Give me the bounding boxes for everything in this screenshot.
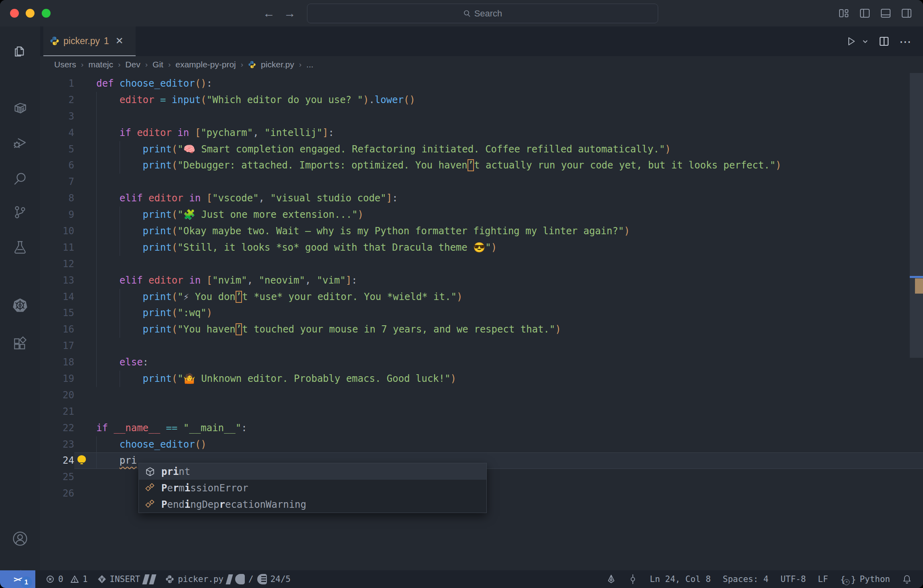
code-line[interactable]: 2 editor = input("Which editor do you us… — [40, 92, 923, 108]
split-editor-icon[interactable] — [878, 36, 890, 47]
close-window-button[interactable] — [10, 9, 19, 18]
line-number[interactable]: 22 — [40, 420, 74, 436]
breadcrumb-item[interactable]: picker.py — [261, 60, 294, 69]
code-line[interactable]: 14 print("⚡ You don’t *use* your editor.… — [40, 289, 923, 305]
line-number[interactable]: 3 — [40, 108, 74, 125]
code-line[interactable]: 18 else: — [40, 354, 923, 371]
breadcrumb-item[interactable]: Git — [152, 60, 163, 69]
indent-guide — [96, 338, 97, 354]
run-dropdown-chevron-icon[interactable] — [862, 38, 869, 45]
encoding-status[interactable]: UTF-8 — [781, 574, 806, 584]
code-line[interactable]: 3 — [40, 108, 923, 125]
line-number[interactable]: 10 — [40, 223, 74, 239]
code-line[interactable]: 16 print("You haven’t touched your mouse… — [40, 321, 923, 338]
toggle-primary-sidebar-icon[interactable] — [859, 7, 871, 19]
line-number[interactable]: 14 — [40, 289, 74, 305]
file-status[interactable]: picker.py / 24/5 — [165, 574, 291, 584]
pen-icon[interactable] — [606, 574, 616, 584]
search-icon[interactable] — [0, 165, 40, 193]
code-line[interactable]: 11 print("Still, it looks *so* good with… — [40, 239, 923, 256]
line-number[interactable]: 18 — [40, 354, 74, 371]
line-number[interactable]: 9 — [40, 207, 74, 223]
code-line[interactable]: 17 — [40, 338, 923, 354]
breadcrumb-item[interactable]: Dev — [125, 60, 140, 69]
lightbulb-icon[interactable] — [77, 455, 86, 463]
code-line[interactable]: 19 print("🤷 Unknown editor. Probably ema… — [40, 371, 923, 387]
toggle-secondary-sidebar-icon[interactable] — [901, 7, 913, 19]
more-actions-icon[interactable]: ⋯ — [899, 34, 913, 49]
run-python-file-icon[interactable] — [846, 36, 857, 47]
line-number[interactable]: 24 — [40, 452, 74, 469]
back-arrow-icon[interactable]: ← — [261, 6, 277, 21]
line-number[interactable]: 4 — [40, 125, 74, 141]
code-line[interactable]: 21 — [40, 403, 923, 420]
autocomplete-item[interactable]: PendingDeprecationWarning — [139, 496, 486, 513]
command-center-search[interactable]: Search — [307, 4, 658, 23]
line-number[interactable]: 11 — [40, 239, 74, 256]
line-number[interactable]: 19 — [40, 371, 74, 387]
line-number[interactable]: 5 — [40, 141, 74, 158]
autocomplete-item[interactable]: PermissionError — [139, 480, 486, 496]
breadcrumb-item[interactable]: Users — [54, 60, 76, 69]
line-number[interactable]: 17 — [40, 338, 74, 354]
line-number[interactable]: 1 — [40, 75, 74, 92]
close-tab-icon[interactable]: ✕ — [116, 35, 124, 47]
line-number[interactable]: 15 — [40, 305, 74, 321]
tab-picker-py[interactable]: picker.py 1 ✕ — [43, 26, 136, 56]
line-number[interactable]: 21 — [40, 403, 74, 420]
line-number[interactable]: 8 — [40, 190, 74, 207]
vim-mode-status[interactable]: INSERT — [98, 574, 155, 584]
bell-icon[interactable] — [902, 574, 912, 584]
container-icon[interactable] — [0, 94, 40, 122]
code-line[interactable]: 9 print("🧩 Just one more extension...") — [40, 207, 923, 223]
code-line[interactable]: 6 print("Debugger: attached. Imports: op… — [40, 157, 923, 174]
line-number[interactable]: 12 — [40, 256, 74, 272]
forward-arrow-icon[interactable]: → — [282, 6, 298, 21]
cursor-position-status[interactable]: Ln 24, Col 8 — [650, 574, 711, 584]
line-number[interactable]: 2 — [40, 92, 74, 108]
line-number[interactable]: 16 — [40, 321, 74, 338]
indentation-status[interactable]: Spaces: 4 — [723, 574, 768, 584]
code-line[interactable]: 5 print("🧠 Smart completion engaged. Ref… — [40, 141, 923, 158]
run-debug-icon[interactable] — [0, 129, 40, 157]
testing-icon[interactable] — [0, 233, 40, 261]
indent-guide — [120, 207, 120, 223]
language-mode-status[interactable]: {✕ } Python — [840, 574, 890, 584]
minimize-window-button[interactable] — [26, 9, 35, 18]
code-line[interactable]: 23 choose_editor() — [40, 436, 923, 453]
code-line[interactable]: 22if __name__ == "__main__": — [40, 420, 923, 436]
line-number[interactable]: 23 — [40, 436, 74, 453]
breadcrumb-item[interactable]: matejc — [88, 60, 113, 69]
breadcrumb-item[interactable]: example-py-proj — [175, 60, 236, 69]
code-line[interactable]: 12 — [40, 256, 923, 272]
code-line[interactable]: 4 if editor in ["pycharm", "intellij"]: — [40, 125, 923, 141]
extensions-icon[interactable] — [0, 329, 40, 357]
line-number[interactable]: 13 — [40, 272, 74, 289]
code-line[interactable]: 7 — [40, 174, 923, 190]
code-line[interactable]: 10 print("Okay maybe two. Wait — why is … — [40, 223, 923, 239]
code-line[interactable]: 13 elif editor in ["nvim", "neovim", "vi… — [40, 272, 923, 289]
line-number[interactable]: 25 — [40, 469, 74, 485]
scrollbar-thumb[interactable] — [910, 73, 923, 358]
line-number[interactable]: 6 — [40, 157, 74, 174]
line-number[interactable]: 20 — [40, 387, 74, 403]
source-control-icon[interactable] — [0, 198, 40, 226]
code-line[interactable]: 1def choose_editor(): — [40, 75, 923, 92]
breadcrumb-item[interactable]: ... — [306, 60, 313, 69]
code-line[interactable]: 8 elif editor in ["vscode", "visual stud… — [40, 190, 923, 207]
code-line[interactable]: 15 print(":wq") — [40, 305, 923, 321]
editor-pane[interactable]: 1def choose_editor():2 editor = input("W… — [40, 73, 923, 570]
line-number[interactable]: 7 — [40, 174, 74, 190]
kubernetes-icon[interactable] — [0, 291, 40, 319]
zoom-window-button[interactable] — [42, 9, 51, 18]
eol-status[interactable]: LF — [818, 574, 828, 584]
explorer-icon[interactable] — [0, 38, 40, 66]
toggle-panel-icon[interactable] — [880, 7, 892, 19]
autocomplete-item[interactable]: print — [139, 463, 486, 480]
line-number[interactable]: 26 — [40, 485, 74, 502]
commit-icon[interactable] — [628, 574, 638, 584]
code-line[interactable]: 20 — [40, 387, 923, 403]
accounts-icon[interactable] — [0, 525, 40, 553]
problems-status[interactable]: 0 1 — [46, 574, 87, 584]
customize-layout-icon[interactable] — [838, 7, 850, 19]
